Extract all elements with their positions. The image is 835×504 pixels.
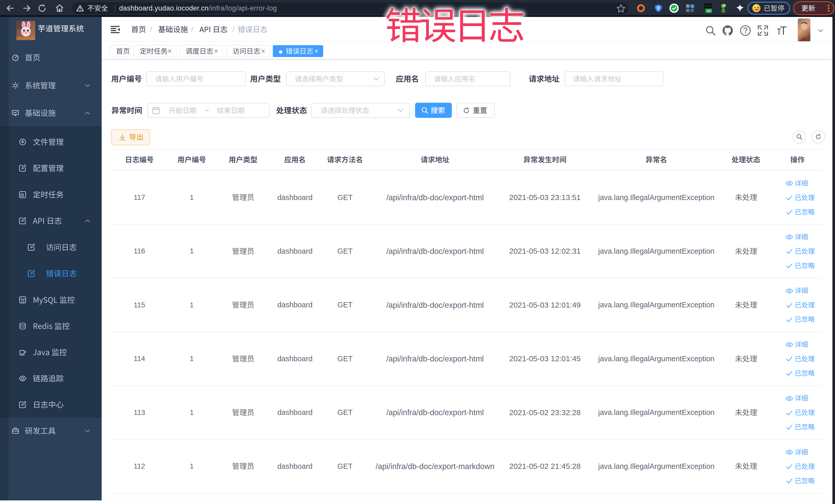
svg-text:on: on [707,9,711,12]
